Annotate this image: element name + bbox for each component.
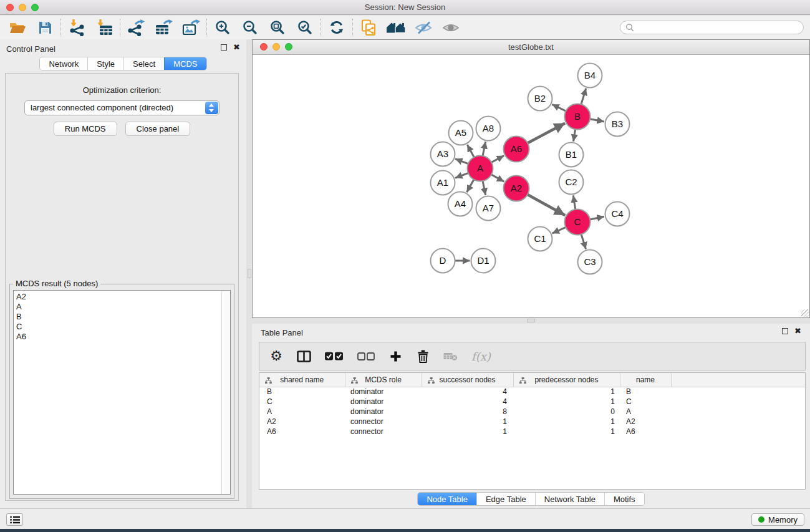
float-panel-icon[interactable] xyxy=(221,44,227,51)
show-column-button[interactable] xyxy=(297,346,311,366)
network-canvas[interactable]: B4B2BB3A5A8A6B1A3AC2A1A2A4A7C4CC1C3DD1 xyxy=(253,56,809,317)
table-cell[interactable]: 1 xyxy=(422,417,513,427)
graph-node[interactable]: D1 xyxy=(471,249,496,273)
graph-node[interactable]: B3 xyxy=(605,112,630,137)
select-all-button[interactable] xyxy=(325,346,344,366)
copy-network-button[interactable] xyxy=(355,17,382,38)
mcds-result-item[interactable]: A2 xyxy=(16,292,230,302)
deselect-all-button[interactable] xyxy=(357,346,375,366)
export-network-button[interactable] xyxy=(122,17,150,38)
graph-node[interactable]: A1 xyxy=(431,171,455,195)
table-cell[interactable]: A6 xyxy=(259,427,345,437)
table-cell[interactable]: A xyxy=(620,407,671,417)
graph-node[interactable]: B xyxy=(565,104,591,130)
mcds-result-item[interactable]: B xyxy=(16,312,230,322)
graph-node[interactable]: A7 xyxy=(476,196,501,221)
table-cell[interactable]: B xyxy=(259,387,345,397)
tab-mcds[interactable]: MCDS xyxy=(164,57,206,70)
graph-node[interactable]: C4 xyxy=(605,202,630,226)
save-session-button[interactable] xyxy=(31,17,59,38)
tab-style[interactable]: Style xyxy=(87,57,123,70)
import-table-button[interactable] xyxy=(90,17,118,38)
zoom-window-button[interactable] xyxy=(31,4,39,11)
vertical-splitter-grip[interactable] xyxy=(248,269,251,278)
tab-select[interactable]: Select xyxy=(123,57,164,70)
delete-table-button[interactable] xyxy=(443,346,458,366)
graph-node[interactable]: A3 xyxy=(431,142,455,167)
table-cell[interactable]: A xyxy=(259,407,345,417)
table-cell[interactable]: connector xyxy=(345,427,422,437)
table-cell[interactable]: connector xyxy=(345,417,422,427)
column-header-shared-name[interactable]: shared name xyxy=(259,373,345,387)
table-cell[interactable]: A6 xyxy=(620,427,671,437)
table-cell[interactable]: 1 xyxy=(422,427,513,437)
table-row[interactable]: Bdominator41B xyxy=(259,387,806,397)
tab-network[interactable]: Network xyxy=(40,57,87,70)
tab-motifs[interactable]: Motifs xyxy=(604,493,644,505)
table-row[interactable]: A2connector11A2 xyxy=(259,417,806,427)
graph-node[interactable]: B4 xyxy=(578,64,602,88)
table-cell[interactable]: C xyxy=(620,397,671,407)
graph-node[interactable]: B1 xyxy=(559,143,584,167)
zoom-out-button[interactable] xyxy=(236,17,264,38)
column-header-successor-nodes[interactable]: successor nodes xyxy=(422,373,513,387)
graph-node[interactable]: A2 xyxy=(504,176,529,201)
table-cell[interactable]: 8 xyxy=(422,407,513,417)
column-header-name[interactable]: name xyxy=(620,373,671,387)
table-cell[interactable]: 4 xyxy=(422,397,513,407)
export-image-button[interactable] xyxy=(177,17,205,38)
float-table-panel-icon[interactable] xyxy=(782,328,788,334)
graph-node[interactable]: B2 xyxy=(528,87,552,111)
delete-columns-button[interactable] xyxy=(416,346,430,366)
zoom-selected-button[interactable] xyxy=(291,17,319,38)
import-network-button[interactable] xyxy=(63,17,90,38)
close-table-panel-icon[interactable]: ✖ xyxy=(794,328,801,334)
table-settings-button[interactable]: ⚙ xyxy=(269,346,283,366)
close-panel-icon[interactable]: ✖ xyxy=(233,44,240,51)
zoom-network-button[interactable] xyxy=(285,43,292,51)
horizontal-splitter-grip[interactable] xyxy=(527,319,535,322)
table-cell[interactable]: 1 xyxy=(513,397,620,407)
column-header-mcds-role[interactable]: MCDS role xyxy=(345,373,422,387)
graph-node[interactable]: C2 xyxy=(559,170,584,195)
column-header-predecessor-nodes[interactable]: predecessor nodes xyxy=(513,373,620,387)
open-session-button[interactable] xyxy=(4,17,31,38)
close-panel-button[interactable]: Close panel xyxy=(125,122,191,136)
table-cell[interactable]: C xyxy=(259,397,345,407)
table-cell[interactable]: A2 xyxy=(620,417,671,427)
table-cell[interactable]: 1 xyxy=(513,427,620,437)
window-resize-grip[interactable] xyxy=(801,309,809,317)
memory-button[interactable]: Memory xyxy=(751,513,804,526)
graph-node[interactable]: A8 xyxy=(476,117,501,141)
run-mcds-button[interactable]: Run MCDS xyxy=(54,122,117,136)
zoom-fit-button[interactable] xyxy=(264,17,291,38)
table-cell[interactable]: dominator xyxy=(345,387,422,397)
graph-node[interactable]: A xyxy=(468,156,493,181)
graph-node[interactable]: C xyxy=(565,210,591,235)
graph-node[interactable]: C3 xyxy=(578,250,602,274)
zoom-in-button[interactable] xyxy=(209,17,236,38)
minimize-window-button[interactable] xyxy=(19,4,26,11)
mcds-result-item[interactable]: A6 xyxy=(16,332,230,342)
tab-node-table[interactable]: Node Table xyxy=(418,493,476,505)
export-table-button[interactable] xyxy=(150,17,177,38)
table-cell[interactable]: A2 xyxy=(259,417,345,427)
hide-graphics-details-button[interactable] xyxy=(410,17,437,38)
tab-edge-table[interactable]: Edge Table xyxy=(476,493,535,505)
table-cell[interactable]: dominator xyxy=(345,397,422,407)
apply-layout-button[interactable] xyxy=(323,17,350,38)
mcds-result-item[interactable]: A xyxy=(16,302,230,312)
close-network-button[interactable] xyxy=(260,43,268,51)
list-scrollbar[interactable] xyxy=(221,291,230,494)
minimize-network-button[interactable] xyxy=(272,43,280,51)
show-graphics-details-button[interactable] xyxy=(437,17,465,38)
table-cell[interactable]: dominator xyxy=(345,407,422,417)
table-row[interactable]: A6connector11A6 xyxy=(259,427,806,437)
table-row[interactable]: Adominator80A xyxy=(259,407,806,417)
mcds-result-list[interactable]: A2ABCA6 xyxy=(13,290,231,495)
table-cell[interactable]: B xyxy=(620,387,671,397)
close-window-button[interactable] xyxy=(6,4,14,11)
graph-node[interactable]: C1 xyxy=(528,227,552,251)
tab-network-table[interactable]: Network Table xyxy=(535,493,604,505)
search-input[interactable] xyxy=(634,22,803,33)
